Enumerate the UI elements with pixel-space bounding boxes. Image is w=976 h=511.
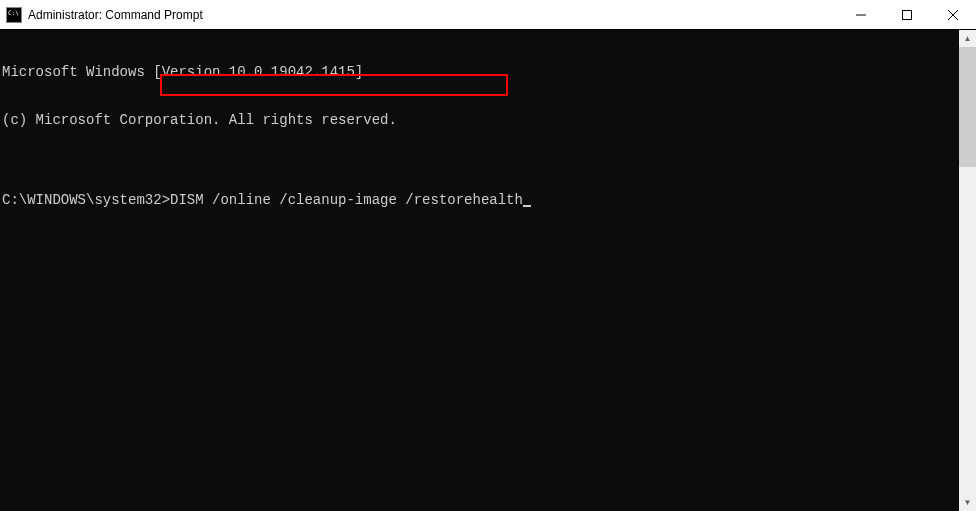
- vertical-scrollbar[interactable]: ▲ ▼: [959, 30, 976, 511]
- window-controls: [838, 0, 976, 29]
- scroll-up-arrow[interactable]: ▲: [959, 30, 976, 47]
- terminal-cursor: [523, 205, 531, 207]
- terminal-prompt-line: C:\WINDOWS\system32>DISM /online /cleanu…: [2, 192, 959, 208]
- terminal-container: Microsoft Windows [Version 10.0.19042.14…: [0, 30, 976, 511]
- close-button[interactable]: [930, 0, 976, 30]
- terminal-prompt: C:\WINDOWS\system32>: [2, 192, 170, 208]
- scroll-thumb[interactable]: [959, 47, 976, 167]
- titlebar: Administrator: Command Prompt: [0, 0, 976, 30]
- terminal-line-version: Microsoft Windows [Version 10.0.19042.14…: [2, 64, 959, 80]
- window-title: Administrator: Command Prompt: [28, 8, 838, 22]
- scroll-track[interactable]: [959, 47, 976, 494]
- terminal-line-copyright: (c) Microsoft Corporation. All rights re…: [2, 112, 959, 128]
- scroll-down-arrow[interactable]: ▼: [959, 494, 976, 511]
- maximize-button[interactable]: [884, 0, 930, 30]
- terminal-command: DISM /online /cleanup-image /restoreheal…: [170, 192, 523, 208]
- minimize-button[interactable]: [838, 0, 884, 30]
- app-icon: [6, 7, 22, 23]
- svg-rect-1: [903, 11, 912, 20]
- terminal-output[interactable]: Microsoft Windows [Version 10.0.19042.14…: [0, 30, 959, 511]
